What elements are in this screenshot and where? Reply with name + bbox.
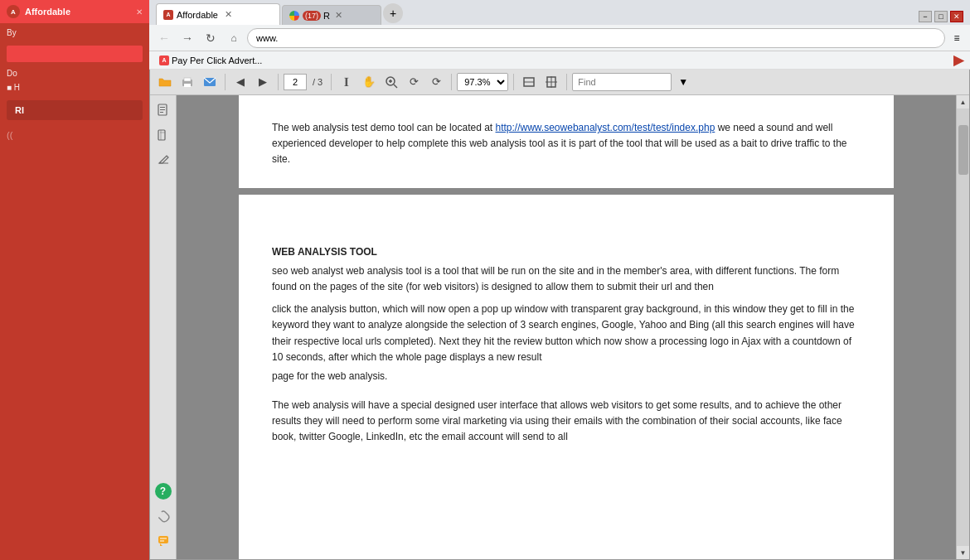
nav-sep2 [278,74,279,90]
browser-close-btn[interactable]: ✕ [136,7,143,17]
browser-favicon: A [7,5,20,18]
fit-page-btn[interactable] [541,72,561,92]
win-close[interactable]: ✕ [950,11,963,22]
nav-sep4 [451,74,452,90]
tab2-x[interactable]: ✕ [335,10,342,21]
acrobat-window: A Affordable ✕ (17) R ✕ + − □ ✕ A Ol [149,0,970,560]
open-folder-btn[interactable] [155,72,175,92]
home-btn[interactable]: ⌂ [224,28,244,48]
page2-text: The web analysis test demo tool can be l… [272,120,861,168]
sidebar-do-text: Do [0,65,149,81]
left-sidebar: ? [150,95,177,559]
bookmark-ppc[interactable]: A Pay Per Click Advert... [156,54,265,67]
left-browser-panel: A Affordable ✕ By Do ■ H RI (( [0,0,149,560]
para-analysis: click the analysis button, which will no… [272,302,861,365]
page3-text: WEB ANALYSIS TOOL seo web analyst web an… [272,244,861,446]
find-input[interactable] [572,73,672,91]
sidebar-comment-icon[interactable] [152,529,175,553]
main-cta-btn[interactable]: RI [7,100,143,120]
prev-view-btn[interactable]: ⟳ [404,72,424,92]
svg-rect-38 [158,130,165,140]
nav-sep6 [566,74,567,90]
main-area: ? The web analys [150,95,969,559]
find-options-btn[interactable]: ▼ [674,73,692,91]
svg-marker-43 [160,543,162,546]
bookmarks-bar: A Pay Per Click Advert... ▶ [149,51,970,70]
para-tool: seo web analyst web analysis tool is a t… [272,263,861,295]
svg-rect-35 [160,107,165,108]
para-result: page for the web analysis. [272,369,861,384]
sidebar-edit-icon[interactable] [152,148,175,171]
email-btn[interactable] [200,72,220,92]
tab2-text: R [323,11,330,21]
page-divider [239,188,894,195]
nav-sep1 [225,74,226,90]
scroll-track[interactable] [957,109,969,546]
secondary-toolbar: ◀ ▶ / 3 𝐈 ✋ ⟳ ⟳ 97.3% 50% 75% 100% [150,69,969,95]
tab2-notification: (17) [303,11,321,21]
sidebar-h-text: ■ H [0,81,149,94]
sidebar-expand-btn[interactable]: ▶ [953,52,963,68]
svg-rect-22 [184,78,191,81]
tab-1[interactable]: A Affordable ✕ [156,3,280,25]
sidebar-help-icon[interactable]: ? [155,483,172,500]
cursor-tool-btn[interactable]: 𝐈 [337,72,356,92]
right-scrollbar: ▲ ▼ [956,95,969,559]
address-input[interactable] [247,28,945,48]
web-analysis-link[interactable]: http://www.seowebanalyst.com/test/test/i… [496,122,715,133]
section-title: WEB ANALYSIS TOOL [272,244,861,260]
zoom-in-btn[interactable] [381,72,401,92]
page-number-input[interactable] [284,74,307,90]
tab1-icon: A [163,10,173,20]
window-ctrl-btns: − □ ✕ [919,11,963,25]
settings-btn[interactable]: ≡ [948,30,965,46]
new-tab-btn[interactable]: + [383,3,403,23]
sidebar-paren: (( [0,123,149,147]
browser-win-controls: ✕ [136,7,143,17]
tab-2[interactable]: (17) R ✕ [282,5,381,25]
print-btn[interactable] [177,72,197,92]
pdf-page: The web analysis test demo tool can be l… [239,95,894,559]
win-min[interactable]: − [919,11,932,22]
forward-btn[interactable]: → [177,28,197,48]
address-bar: ← → ↻ ⌂ ≡ [149,25,970,51]
scroll-thumb[interactable] [958,125,968,175]
browser-logo-area: A Affordable ✕ [0,0,149,23]
svg-rect-42 [158,536,168,543]
reload-btn[interactable]: ↻ [201,28,221,48]
win-max[interactable]: □ [934,11,948,22]
svg-rect-37 [160,112,163,113]
tab2-icon [289,11,299,21]
para1: The web analysis test demo tool can be l… [272,120,861,168]
fit-width-btn[interactable] [519,72,539,92]
para-ui: The web analysis will have a special des… [272,398,861,446]
page-total: / 3 [313,77,323,87]
pdf-area: The web analysis test demo tool can be l… [177,95,956,559]
sidebar-by-text: By [0,23,149,42]
hand-tool-btn[interactable]: ✋ [359,72,379,92]
back-btn[interactable]: ← [154,28,174,48]
scroll-up-btn[interactable]: ▲ [957,95,970,109]
tabs-row: A Affordable ✕ (17) R ✕ + − □ ✕ [149,0,970,25]
tab1-x[interactable]: ✕ [225,9,232,20]
svg-line-26 [394,84,397,88]
tab1-text: Affordable [177,10,218,20]
sidebar-attach-icon[interactable] [150,500,179,533]
scroll-down-btn[interactable]: ▼ [957,546,970,559]
bookmark-ppc-label: Pay Per Click Advert... [172,56,262,65]
prev-page-btn[interactable]: ◀ [230,72,250,92]
svg-rect-36 [160,109,165,110]
next-view-btn[interactable]: ⟳ [426,72,446,92]
sidebar-pages-icon[interactable] [152,99,175,122]
sidebar-red-block[interactable] [7,46,143,62]
browser-logo-text: Affordable [25,7,70,17]
zoom-select[interactable]: 97.3% 50% 75% 100% 125% 150% [457,73,508,91]
nav-sep3 [331,74,332,90]
sidebar-bookmarks-icon[interactable] [152,123,175,147]
nav-sep5 [513,74,514,90]
bookmark-ppc-icon: A [159,56,169,65]
next-page-btn[interactable]: ▶ [253,72,273,92]
svg-rect-23 [184,84,191,87]
